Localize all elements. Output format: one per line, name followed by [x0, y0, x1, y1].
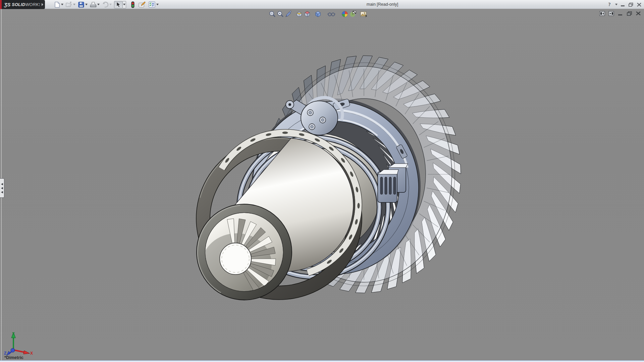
new-document-icon: [54, 1, 60, 8]
zoom-to-area-button[interactable]: [276, 10, 284, 18]
logo-text-light: WORKS: [25, 2, 42, 7]
file-properties-button[interactable]: [138, 1, 146, 8]
select-arrow-icon: [114, 1, 123, 8]
undo-button[interactable]: [102, 1, 112, 8]
select-tool-button[interactable]: [114, 1, 126, 8]
rebuild-button[interactable]: [129, 1, 136, 8]
print-button[interactable]: [90, 1, 100, 8]
headsup-view-toolbar: [268, 10, 368, 18]
titlebar-window-controls: ?: [606, 0, 642, 9]
feature-panel-collapse-tab[interactable]: [0, 178, 4, 198]
statusbar: [0, 360, 644, 362]
select-dropdown-arrow[interactable]: [123, 1, 126, 8]
section-view-button[interactable]: [295, 10, 303, 18]
hide-show-items-button[interactable]: [327, 10, 335, 18]
restore-document-button[interactable]: [626, 11, 632, 16]
triad-y-label: Y: [12, 331, 15, 336]
undo-dropdown-arrow[interactable]: [109, 1, 112, 8]
restore-button[interactable]: [628, 2, 634, 8]
open-folder-icon: [66, 1, 72, 8]
help-dropdown-arrow[interactable]: [614, 2, 618, 8]
rebuild-traffic-light-icon: [129, 1, 136, 8]
minimize-document-button[interactable]: [617, 11, 623, 16]
help-button[interactable]: ?: [606, 2, 612, 8]
menu-expand-tab[interactable]: [40, 0, 45, 9]
zoom-to-fit-button[interactable]: [268, 10, 276, 18]
collapse-panel-right-button[interactable]: [608, 11, 614, 16]
solidworks-window: ƷS SOLIDWORKS: [0, 0, 644, 362]
display-style-button[interactable]: [314, 10, 322, 18]
view-orientation-label: *Dimetric: [4, 355, 23, 360]
document-window-controls: [599, 11, 641, 16]
edit-appearance-button[interactable]: [341, 10, 349, 18]
print-dropdown-arrow[interactable]: [97, 1, 100, 8]
titlebar: ƷS SOLIDWORKS: [0, 0, 644, 9]
file-properties-icon: [138, 1, 146, 8]
graphics-viewport[interactable]: Y X Z *Dimetric: [0, 9, 644, 360]
hub-bore: [220, 243, 251, 275]
triad-x-label: X: [30, 351, 33, 356]
new-dropdown-arrow[interactable]: [60, 1, 64, 8]
save-button[interactable]: [78, 1, 88, 8]
options-dropdown-arrow[interactable]: [156, 1, 159, 8]
undo-icon: [102, 1, 109, 8]
collapse-panel-left-button[interactable]: [599, 11, 605, 16]
view-orientation-button[interactable]: [303, 10, 311, 18]
options-button[interactable]: [148, 1, 159, 8]
save-dropdown-arrow[interactable]: [85, 1, 88, 8]
logo-red-strip: [0, 0, 2, 9]
document-title: main [Read-only]: [349, 0, 416, 9]
open-document-button[interactable]: [66, 1, 76, 8]
options-checklist-icon: [148, 1, 156, 8]
close-button[interactable]: [636, 2, 642, 8]
orientation-triad: Y X Z: [3, 329, 34, 356]
logo-glyph: ƷS: [4, 2, 10, 7]
main-toolbar: [54, 0, 161, 9]
logo-text-bold: SOLID: [12, 2, 25, 7]
open-dropdown-arrow[interactable]: [72, 1, 76, 8]
help-icon: ?: [608, 2, 611, 7]
new-document-button[interactable]: [54, 1, 64, 8]
print-icon: [90, 1, 97, 8]
minimize-button[interactable]: [620, 2, 626, 8]
apply-scene-button[interactable]: [349, 10, 357, 18]
close-document-button[interactable]: [635, 11, 641, 16]
solidworks-logo: ƷS SOLIDWORKS: [0, 0, 40, 9]
previous-view-button[interactable]: [284, 10, 292, 18]
save-floppy-icon: [78, 1, 85, 8]
view-settings-button[interactable]: [360, 10, 368, 18]
model-canvas-jet-engine[interactable]: [0, 9, 644, 360]
